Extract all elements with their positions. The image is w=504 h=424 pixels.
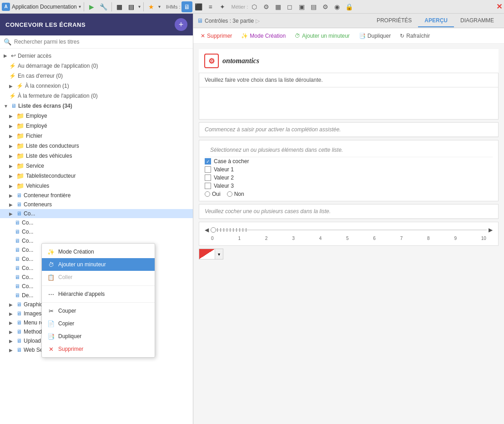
metier-icon-3[interactable]: ▦ bbox=[272, 1, 283, 12]
ctx-supprimer[interactable]: ✕ Supprimer bbox=[42, 343, 155, 355]
preview-checkbox-hint-section: Veuillez cocher une ou plusieurs cases d… bbox=[199, 204, 499, 219]
tree-item-vehicules-list[interactable]: ▶ 📁 Liste des véhicules bbox=[0, 151, 193, 161]
checkbox-2[interactable] bbox=[205, 175, 211, 181]
tree-item-conteneurs[interactable]: ▶ 🖥 Conteneurs bbox=[0, 200, 193, 209]
slider-thumb[interactable] bbox=[211, 227, 216, 233]
preview-area: ⚙ ontomantics Veuillez faire votre choix… bbox=[193, 44, 504, 424]
left-panel-title: CONCEVOIR LES ÉCRANS bbox=[5, 21, 86, 28]
tree-item-service[interactable]: ▶ 📁 Service bbox=[0, 161, 193, 171]
ctx-add-minuteur[interactable]: ⏱ Ajouter un minuteur bbox=[42, 258, 155, 271]
radio-circle-oui bbox=[205, 191, 210, 197]
app-dropdown[interactable]: ▾ bbox=[79, 4, 81, 9]
ctx-dupliquer[interactable]: 📑 Dupliquer bbox=[42, 330, 155, 343]
tree-item-employe2[interactable]: ▶ 📁 Employé bbox=[0, 121, 193, 131]
checkbox-row-2: Valeur 2 bbox=[205, 174, 493, 182]
duplicate-button[interactable]: 📑 Dupliquer bbox=[355, 31, 394, 40]
ctx-separator-2 bbox=[42, 302, 155, 303]
breadcrumb-arrow: ▷ bbox=[256, 18, 260, 24]
separator-3 bbox=[143, 2, 144, 11]
slider-left-arrow[interactable]: ◀ bbox=[205, 227, 209, 233]
checkbox-1[interactable] bbox=[205, 166, 211, 173]
checkbox-row-0: ✓ Case à cocher bbox=[205, 157, 493, 165]
select-hint: Sélectionnez un ou plusieurs éléments da… bbox=[205, 143, 493, 157]
radio-circle-non bbox=[227, 191, 232, 197]
list-dropdown[interactable]: ▾ bbox=[138, 4, 141, 9]
mode-creation-button[interactable]: ✨ Mode Création bbox=[237, 31, 289, 40]
metier-icon-7[interactable]: ⚙ bbox=[320, 1, 331, 12]
ctx-hierarchy[interactable]: ⋯ Hiérarchie d'appels bbox=[42, 288, 155, 300]
copier-ctx-icon: 📄 bbox=[47, 320, 55, 327]
tree-item-conducteurs[interactable]: ▶ 📁 Liste des conducteurs bbox=[0, 141, 193, 151]
ihm-section: IHMs : 🖥 ⬛ ≡ ✦ bbox=[166, 1, 228, 12]
right-panel: 🖥 Contrôles : 3e partie ▷ PROPRIÉTÉS APE… bbox=[193, 14, 504, 424]
metier-icon-2[interactable]: ⚙ bbox=[261, 1, 272, 12]
tree-liste-ecrans[interactable]: ▼ 🖥 Liste des écrans (34) bbox=[0, 101, 193, 111]
close-icon[interactable]: ✕ bbox=[496, 2, 502, 11]
ctx-mode-creation[interactable]: ✨ Mode Création bbox=[42, 245, 155, 258]
tree-item-conteneur-frontiere[interactable]: ▶ 🖥 Conteneur frontière bbox=[0, 191, 193, 200]
app-logo: A bbox=[2, 3, 10, 11]
search-input[interactable] bbox=[14, 39, 189, 45]
metier-icon-6[interactable]: ▤ bbox=[308, 1, 319, 12]
add-minuteur-ctx-icon: ⏱ bbox=[47, 261, 55, 268]
checkbox-3[interactable] bbox=[205, 183, 211, 189]
radio-oui[interactable]: Oui bbox=[205, 191, 221, 197]
wrench-icon[interactable]: 🔧 bbox=[99, 2, 109, 12]
radio-non[interactable]: Non bbox=[227, 191, 244, 197]
tree-item-tablelist[interactable]: ▶ 📁 Tablelisteconducteur bbox=[0, 171, 193, 181]
star-icon[interactable]: ★ bbox=[146, 2, 156, 12]
tree-section-login[interactable]: ▶ ⚡ À la connexion (1) bbox=[0, 81, 193, 91]
checkbox-row-1: Valeur 1 bbox=[205, 165, 493, 174]
left-header: CONCEVOIR LES ÉCRANS + bbox=[0, 14, 193, 35]
tree-item-employe1[interactable]: ▶ 📁 Employe bbox=[0, 111, 193, 121]
tree-section-error[interactable]: ⚡ En cas d'erreur (0) bbox=[0, 71, 193, 81]
color-dropdown[interactable]: ▾ bbox=[215, 249, 223, 259]
tab-apercu[interactable]: APERÇU bbox=[418, 15, 454, 27]
right-tabs: PROPRIÉTÉS APERÇU DIAGRAMME bbox=[370, 15, 500, 27]
tree-dernier-acces[interactable]: ▶ ↩ Dernier accès bbox=[0, 50, 193, 61]
tree-section-startup[interactable]: ⚡ Au démarrage de l'application (0) bbox=[0, 61, 193, 71]
metier-icon-8[interactable]: ◉ bbox=[332, 1, 343, 12]
ihm-monitor-icon[interactable]: 🖥 bbox=[181, 1, 192, 12]
breadcrumb-icon: 🖥 bbox=[197, 17, 203, 24]
tab-proprietes[interactable]: PROPRIÉTÉS bbox=[370, 15, 418, 27]
metier-icon-4[interactable]: ◻ bbox=[284, 1, 295, 12]
ctx-couper[interactable]: ✂ Couper bbox=[42, 304, 155, 317]
delete-icon: ✕ bbox=[201, 33, 205, 39]
add-minuteur-button[interactable]: ⏱ Ajouter un minuteur bbox=[291, 31, 353, 40]
list-icon[interactable]: ▤ bbox=[126, 2, 136, 12]
tree-item-fichier[interactable]: ▶ 📁 Fichier bbox=[0, 131, 193, 141]
app-section: A Application Documentation ▾ bbox=[2, 3, 81, 11]
play-icon[interactable]: ▶ bbox=[87, 2, 97, 12]
tree-item-co1[interactable]: ▶ 🖥 Co... bbox=[0, 209, 193, 218]
context-menu: ✨ Mode Création ⏱ Ajouter un minuteur 📋 … bbox=[41, 243, 155, 358]
add-screen-button[interactable]: + bbox=[175, 18, 187, 31]
ihm-menu-icon[interactable]: ≡ bbox=[205, 1, 216, 12]
tree-section-close[interactable]: ⚡ À la fermeture de l'application (0) bbox=[0, 91, 193, 101]
delete-button[interactable]: ✕ Supprimer bbox=[197, 31, 236, 40]
checkbox-0[interactable]: ✓ bbox=[205, 158, 211, 165]
metier-icon-9[interactable]: 🔒 bbox=[343, 1, 354, 12]
preview-checkbox-section: Sélectionnez un ou plusieurs éléments da… bbox=[199, 140, 499, 201]
color-picker: ▾ bbox=[199, 249, 499, 259]
ctx-copier[interactable]: 📄 Copier bbox=[42, 317, 155, 330]
metier-icon-1[interactable]: ⬡ bbox=[249, 1, 260, 12]
grid-icon[interactable]: ▦ bbox=[115, 2, 125, 12]
refresh-button[interactable]: ↻ Rafraîchir bbox=[396, 31, 433, 40]
checkbox-row-3: Valeur 3 bbox=[205, 182, 493, 190]
tree-item-co3[interactable]: 🖥 Co... bbox=[0, 227, 193, 236]
supprimer-ctx-icon: ✕ bbox=[47, 345, 55, 353]
breadcrumb-text: Contrôles : 3e partie bbox=[205, 18, 254, 24]
slider-track: ◀ ▶ bbox=[205, 227, 493, 233]
tab-diagramme[interactable]: DIAGRAMME bbox=[454, 15, 500, 27]
tree-item-co2[interactable]: 🖥 Co... bbox=[0, 218, 193, 227]
tree-item-vehicules[interactable]: ▶ 📁 Vehicules bbox=[0, 181, 193, 191]
metier-icon-5[interactable]: ▣ bbox=[296, 1, 307, 12]
color-box[interactable] bbox=[199, 249, 215, 259]
ihm-diamond-icon[interactable]: ✦ bbox=[217, 1, 228, 12]
slider-right-arrow[interactable]: ▶ bbox=[489, 227, 493, 233]
ihm-square-icon[interactable]: ⬛ bbox=[193, 1, 204, 12]
star-dropdown[interactable]: ▾ bbox=[158, 4, 161, 9]
app-title: Application Documentation bbox=[12, 4, 77, 10]
autocomplete-hint: Commencez à saisir pour activer la compl… bbox=[199, 123, 498, 137]
